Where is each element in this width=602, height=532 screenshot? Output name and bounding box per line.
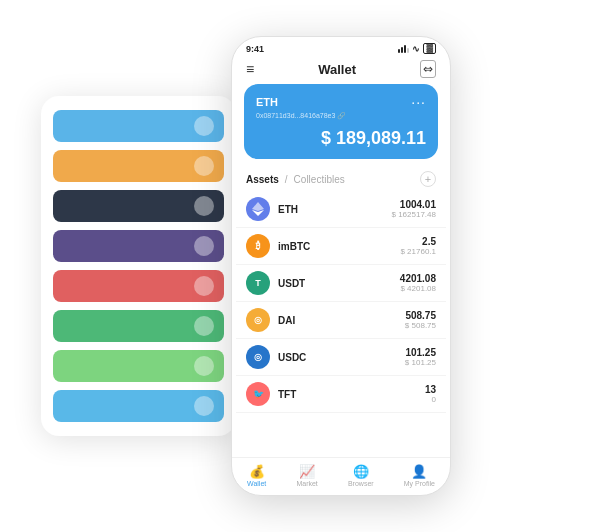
nav-market[interactable]: 📈 Market: [296, 464, 317, 487]
scene: 9:41 ∿ ▓ ≡ Wallet ⇔: [11, 11, 591, 521]
tab-separator: /: [285, 174, 288, 185]
eth-amount: 1004.01: [392, 199, 437, 210]
asset-list: ETH 1004.01 $ 162517.48 ₿ imBTC 2.5 $ 21…: [232, 191, 450, 457]
nav-browser[interactable]: 🌐 Browser: [348, 464, 374, 487]
asset-row-usdc[interactable]: ◎ USDC 101.25 $ 101.25: [236, 339, 446, 376]
asset-row-eth[interactable]: ETH 1004.01 $ 162517.48: [236, 191, 446, 228]
imbtc-name: imBTC: [278, 241, 400, 252]
signal-icon: [398, 45, 409, 53]
menu-icon[interactable]: ≡: [246, 61, 254, 77]
tft-amount: 13: [425, 384, 436, 395]
background-card: [41, 96, 236, 436]
dai-amounts: 508.75 $ 508.75: [405, 310, 436, 330]
bg-row-7: [53, 350, 224, 382]
assets-header: Assets / Collectibles +: [232, 167, 450, 191]
imbtc-usd: $ 21760.1: [400, 247, 436, 256]
dai-name: DAI: [278, 315, 405, 326]
asset-row-usdt[interactable]: T USDT 4201.08 $ 4201.08: [236, 265, 446, 302]
usdt-icon: T: [246, 271, 270, 295]
scan-icon[interactable]: ⇔: [420, 60, 436, 78]
dai-usd: $ 508.75: [405, 321, 436, 330]
bg-row-1: [53, 110, 224, 142]
phone-frame: 9:41 ∿ ▓ ≡ Wallet ⇔: [231, 36, 451, 496]
assets-tabs: Assets / Collectibles: [246, 174, 345, 185]
usdt-amount: 4201.08: [400, 273, 436, 284]
usdt-usd: $ 4201.08: [400, 284, 436, 293]
tft-icon: 🐦: [246, 382, 270, 406]
eth-card-title: ETH: [256, 96, 278, 108]
bg-row-6: [53, 310, 224, 342]
tab-collectibles[interactable]: Collectibles: [294, 174, 345, 185]
usdc-amounts: 101.25 $ 101.25: [405, 347, 436, 367]
usdc-amount: 101.25: [405, 347, 436, 358]
market-nav-icon: 📈: [299, 464, 315, 479]
eth-name: ETH: [278, 204, 392, 215]
nav-browser-label: Browser: [348, 480, 374, 487]
dai-icon: ◎: [246, 308, 270, 332]
usdc-name: USDC: [278, 352, 405, 363]
bg-row-5: [53, 270, 224, 302]
bottom-nav: 💰 Wallet 📈 Market 🌐 Browser 👤 My Profile: [232, 457, 450, 495]
bg-row-2: [53, 150, 224, 182]
app-header: ≡ Wallet ⇔: [232, 56, 450, 84]
browser-nav-icon: 🌐: [353, 464, 369, 479]
bg-row-4: [53, 230, 224, 262]
eth-icon: [246, 197, 270, 221]
usdt-amounts: 4201.08 $ 4201.08: [400, 273, 436, 293]
nav-wallet-label: Wallet: [247, 480, 266, 487]
bg-row-8: [53, 390, 224, 422]
imbtc-amount: 2.5: [400, 236, 436, 247]
nav-profile[interactable]: 👤 My Profile: [404, 464, 435, 487]
profile-nav-icon: 👤: [411, 464, 427, 479]
status-bar: 9:41 ∿ ▓: [232, 37, 450, 56]
eth-card[interactable]: ETH ··· 0x08711d3d...8416a78e3 🔗 $ 189,0…: [244, 84, 438, 159]
imbtc-amounts: 2.5 $ 21760.1: [400, 236, 436, 256]
eth-card-balance: $ 189,089.11: [256, 128, 426, 149]
svg-marker-0: [252, 202, 264, 211]
tab-assets[interactable]: Assets: [246, 174, 279, 185]
battery-icon: ▓: [423, 43, 436, 54]
eth-card-menu[interactable]: ···: [411, 94, 426, 110]
status-time: 9:41: [246, 44, 264, 54]
usdc-icon: ◎: [246, 345, 270, 369]
wifi-icon: ∿: [412, 44, 420, 54]
usdt-name: USDT: [278, 278, 400, 289]
eth-card-address: 0x08711d3d...8416a78e3 🔗: [256, 112, 426, 120]
eth-usd: $ 162517.48: [392, 210, 437, 219]
eth-amounts: 1004.01 $ 162517.48: [392, 199, 437, 219]
tft-name: TFT: [278, 389, 425, 400]
usdc-usd: $ 101.25: [405, 358, 436, 367]
nav-wallet[interactable]: 💰 Wallet: [247, 464, 266, 487]
wallet-nav-icon: 💰: [249, 464, 265, 479]
tft-usd: 0: [425, 395, 436, 404]
dai-amount: 508.75: [405, 310, 436, 321]
tft-amounts: 13 0: [425, 384, 436, 404]
asset-row-tft[interactable]: 🐦 TFT 13 0: [236, 376, 446, 413]
nav-profile-label: My Profile: [404, 480, 435, 487]
imbtc-icon: ₿: [246, 234, 270, 258]
nav-market-label: Market: [296, 480, 317, 487]
asset-row-dai[interactable]: ◎ DAI 508.75 $ 508.75: [236, 302, 446, 339]
page-title: Wallet: [318, 62, 356, 77]
asset-row-imbtc[interactable]: ₿ imBTC 2.5 $ 21760.1: [236, 228, 446, 265]
bg-row-3: [53, 190, 224, 222]
status-icons: ∿ ▓: [398, 43, 436, 54]
add-asset-button[interactable]: +: [420, 171, 436, 187]
